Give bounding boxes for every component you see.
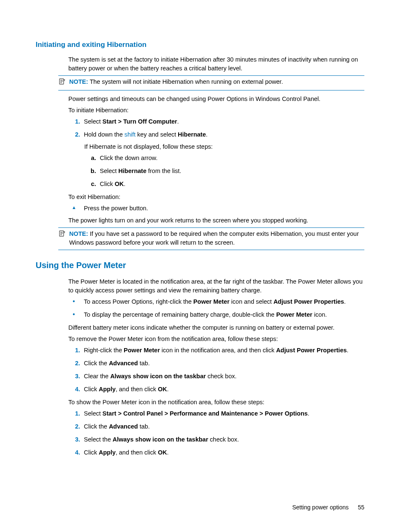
text: Select the (84, 436, 113, 443)
para: The system is set at the factory to init… (68, 55, 364, 73)
text: . (344, 298, 346, 305)
bullet-list: To access Power Options, right-click the… (68, 297, 364, 319)
list-item: Click OK. (98, 180, 364, 189)
bold-text: Start > Turn Off Computer (102, 118, 177, 125)
bold-text: Hibernate (178, 131, 206, 138)
text: Hold down the (84, 131, 125, 138)
bold-text: Apply (99, 449, 115, 456)
text: Click (100, 181, 114, 187)
para: The power lights turn on and your work r… (68, 216, 364, 225)
note-box: NOTE: The system will not initiate Hiber… (58, 75, 364, 90)
para: To show the Power Meter icon in the noti… (68, 398, 364, 407)
page-number: 55 (358, 504, 364, 511)
bold-text: Power Meter (193, 298, 229, 305)
note-body: NOTE: If you have set a password to be r… (69, 230, 364, 247)
list-item: Select Hibernate from the list. (98, 167, 364, 176)
text: To access Power Options, right-click the (84, 298, 193, 305)
note-label: NOTE: (69, 230, 88, 237)
bold-text: OK (114, 181, 124, 187)
text: Select (100, 168, 118, 174)
text: check box. (208, 436, 239, 443)
text: . (308, 410, 309, 417)
list-item: Select the Always show icon on the taskb… (82, 435, 364, 444)
list-item: Click the Advanced tab. (82, 422, 364, 431)
text: . (177, 118, 179, 125)
list-item: Select Start > Control Panel > Performan… (82, 409, 364, 418)
text: Click the (84, 360, 109, 367)
text: tab. (138, 360, 150, 367)
text: Click (84, 449, 99, 456)
text: icon. (312, 311, 327, 318)
para: If Hibernate is not displayed, follow th… (84, 142, 364, 151)
list-item: Click Apply, and then click OK. (82, 448, 364, 457)
list-item: Right-click the Power Meter icon in the … (82, 346, 364, 355)
text: icon in the notification area, and then … (160, 347, 276, 354)
text: tab. (138, 423, 150, 430)
text: . (124, 181, 125, 187)
text: . (347, 347, 348, 354)
link-text: shift (125, 131, 136, 138)
text: . (167, 386, 169, 393)
note-label: NOTE: (69, 78, 88, 85)
ordered-list: Right-click the Power Meter icon in the … (68, 346, 364, 394)
text: Click the (84, 423, 109, 430)
text: Select (84, 410, 102, 417)
footer-section: Setting power options (292, 504, 349, 511)
bold-text: Advanced (109, 423, 138, 430)
ordered-list: Select Start > Control Panel > Performan… (68, 409, 364, 457)
text: Click (84, 386, 99, 393)
text: Right-click the (84, 347, 124, 354)
note-body: NOTE: The system will not initiate Hiber… (69, 77, 364, 88)
list-item: Press the power button. (82, 204, 364, 213)
list-item: Select Start > Turn Off Computer. (82, 117, 364, 126)
bold-text: Adjust Power Properties (276, 347, 347, 354)
text: , and then click (116, 386, 158, 393)
list-item: To access Power Options, right-click the… (82, 297, 364, 306)
bold-text: Advanced (109, 360, 138, 367)
bold-text: Adjust Power Properties (273, 298, 344, 305)
note-box: NOTE: If you have set a password to be r… (58, 227, 364, 250)
note-icon (58, 230, 66, 247)
bold-text: Power Meter (276, 311, 312, 318)
list-item: Click the Advanced tab. (82, 359, 364, 368)
text: icon and select (229, 298, 273, 305)
text: . (206, 131, 208, 138)
text: key and select (135, 131, 178, 138)
bold-text: OK (158, 386, 167, 393)
heading-hibernation: Initiating and exiting Hibernation (36, 40, 364, 50)
text: , and then click (116, 449, 158, 456)
list-item: To display the percentage of remaining b… (82, 310, 364, 319)
text: Select (84, 118, 102, 125)
bold-text: Hibernate (118, 168, 146, 174)
note-text: If you have set a password to be require… (69, 230, 359, 246)
text: Clear the (84, 373, 110, 380)
text: check box. (206, 373, 236, 380)
para: Different battery meter icons indicate w… (68, 323, 364, 332)
bold-text: Apply (99, 386, 115, 393)
text: . (167, 449, 169, 456)
bold-text: OK (158, 449, 167, 456)
list-item: Click Apply, and then click OK. (82, 385, 364, 394)
bold-text: Always show icon on the taskbar (110, 373, 206, 380)
list-item: Hold down the shift key and select Hiber… (82, 130, 364, 139)
alpha-list: Click the down arrow. Select Hibernate f… (84, 154, 364, 189)
para: The Power Meter is located in the notifi… (68, 277, 364, 295)
list-item: Click the down arrow. (98, 154, 364, 163)
page-footer: Setting power options 55 (36, 503, 364, 511)
bold-text: Start > Control Panel > Performance and … (102, 410, 308, 417)
note-icon (58, 77, 66, 88)
text: from the list. (146, 168, 181, 174)
triangle-list: Press the power button. (68, 204, 364, 213)
para: To initiate Hibernation: (68, 106, 364, 115)
para: To exit Hibernation: (68, 193, 364, 201)
bold-text: Power Meter (124, 347, 160, 354)
list-item: Clear the Always show icon on the taskba… (82, 372, 364, 381)
text: To display the percentage of remaining b… (84, 311, 276, 318)
bold-text: Always show icon on the taskbar (113, 436, 208, 443)
para: To remove the Power Meter icon from the … (68, 335, 364, 343)
page-container: Initiating and exiting Hibernation The s… (0, 0, 400, 532)
ordered-list: Select Start > Turn Off Computer. Hold d… (68, 117, 364, 139)
heading-power-meter: Using the Power Meter (36, 259, 364, 271)
para: Power settings and timeouts can be chang… (68, 95, 364, 103)
note-text: The system will not initiate Hibernation… (90, 78, 283, 85)
